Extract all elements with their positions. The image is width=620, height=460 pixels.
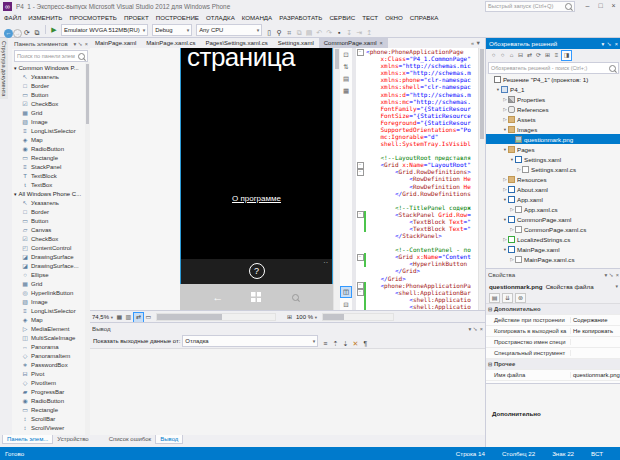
indicator-margin[interactable] bbox=[352, 232, 356, 239]
collapse-box-icon[interactable]: − bbox=[357, 49, 364, 56]
show-annotations-icon[interactable]: ▭ bbox=[144, 313, 153, 322]
indicator-margin[interactable] bbox=[352, 218, 356, 225]
nav-back-icon[interactable]: ← bbox=[4, 29, 13, 38]
tree-item-resources[interactable]: ▷Resources bbox=[486, 174, 620, 184]
code-line[interactable] bbox=[352, 147, 478, 154]
go-prev-icon[interactable]: ⇡ bbox=[330, 339, 340, 348]
output-header[interactable]: Вывод ▾ ⊸ × bbox=[90, 323, 485, 334]
step-into-icon[interactable]: ↧ bbox=[344, 28, 354, 37]
designer-horizontal-scrollbar[interactable] bbox=[156, 313, 276, 321]
code-line[interactable]: </Grid> bbox=[352, 267, 478, 274]
code-line[interactable]: Foreground="{StaticResour bbox=[352, 119, 478, 126]
tree-item-commonpage.xaml.cs[interactable]: ▷CommonPage.xaml.cs bbox=[486, 224, 620, 234]
menu-окно[interactable]: ОКНО bbox=[385, 14, 403, 21]
indicator-margin[interactable] bbox=[352, 119, 356, 126]
tool-tab-устройство[interactable]: Устройство bbox=[53, 435, 92, 443]
outline-margin[interactable]: − bbox=[356, 253, 364, 261]
undo-icon[interactable]: ↶ bbox=[314, 28, 324, 37]
collapse-box-icon[interactable]: ⊟ bbox=[486, 361, 494, 367]
editor-horizontal-scrollbar[interactable] bbox=[322, 313, 394, 321]
pin-icon[interactable]: ⊸ bbox=[606, 40, 614, 48]
code-line[interactable]: xmlns:mc="http://schemas. bbox=[352, 98, 478, 105]
code-line[interactable]: xmlns:x="http://schemas.m bbox=[352, 69, 478, 76]
split-vertical-icon[interactable]: ⊟ bbox=[341, 300, 351, 310]
toolbox-item-grid[interactable]: ▦Grid bbox=[12, 279, 90, 288]
indicator-margin[interactable] bbox=[352, 239, 356, 246]
alphabetical-icon[interactable]: ⇊ bbox=[502, 293, 513, 303]
menu-сервис[interactable]: СЕРВИС bbox=[329, 14, 355, 21]
back-icon[interactable]: ○ bbox=[489, 51, 498, 60]
property-row[interactable]: Пространство имен специ bbox=[486, 337, 620, 348]
code-line[interactable]: mc:Ignorable="d" bbox=[352, 133, 478, 140]
tool-tab-вывод[interactable]: Вывод bbox=[155, 435, 183, 444]
outline-margin[interactable]: − bbox=[356, 210, 364, 218]
code-line[interactable]: − <Grid x:Name="LayoutRoot" bbox=[352, 161, 478, 168]
menu-файл[interactable]: ФАЙЛ bbox=[4, 14, 21, 21]
collapse-box-icon[interactable]: − bbox=[357, 289, 364, 296]
toolbox-item-border[interactable]: □Border bbox=[12, 81, 90, 90]
toolbox-header[interactable]: Панель элементов ▾ ⊸ × bbox=[12, 38, 90, 49]
code-line[interactable]: FontSize="{StaticResource bbox=[352, 112, 478, 119]
property-row[interactable]: Действие при построенииСодержание bbox=[486, 315, 620, 326]
tree-item-localizedstrings.cs[interactable]: ▷LocalizedStrings.cs bbox=[486, 234, 620, 244]
collapse-box-icon[interactable]: − bbox=[357, 211, 364, 218]
toolbox-item-rectangle[interactable]: ▭Rectangle bbox=[12, 153, 90, 162]
indicator-margin[interactable] bbox=[352, 197, 356, 204]
code-line[interactable]: <!--LayoutRoot представля bbox=[352, 154, 478, 161]
code-line[interactable] bbox=[352, 197, 478, 204]
toolbox-item-button[interactable]: ▭Button bbox=[12, 216, 90, 225]
indicator-margin[interactable] bbox=[352, 267, 356, 274]
nav-forward-icon[interactable]: → bbox=[13, 29, 22, 38]
menu-просмотреть[interactable]: ПРОСМОТРЕТЬ bbox=[69, 14, 117, 21]
page-title-textblock[interactable]: страница bbox=[187, 48, 295, 73]
toolbox-item-map[interactable]: ◈Map bbox=[12, 135, 90, 144]
xaml-editor[interactable]: −<phone:PhoneApplicationPage x:Class="P4… bbox=[352, 48, 478, 310]
toolbox-item-passwordbox[interactable]: ∗PasswordBox bbox=[12, 360, 90, 369]
tab-commonpage-xaml[interactable]: CommonPage.xaml× bbox=[319, 37, 388, 48]
collapse-splitter-icon[interactable]: ⊡ bbox=[341, 50, 351, 60]
toolbox-item-border[interactable]: □Border bbox=[12, 207, 90, 216]
code-line[interactable]: <HyperlinkButton bbox=[352, 260, 478, 267]
code-line[interactable]: </Grid> bbox=[352, 275, 478, 282]
toolbox-item-longlistselector[interactable]: ≡LongListSelector bbox=[12, 306, 90, 315]
toolbox-item-longlistselector[interactable]: ≡LongListSelector bbox=[12, 126, 90, 135]
toolbox-item-image[interactable]: ▨Image bbox=[12, 297, 90, 306]
split-horizontal-icon[interactable]: ◫ bbox=[340, 286, 352, 298]
swap-panes-icon[interactable]: ⇅ bbox=[341, 62, 351, 72]
toolbox-item-map[interactable]: ◈Map bbox=[12, 315, 90, 324]
tree-item-app.xaml[interactable]: ▾App.xaml bbox=[486, 194, 620, 204]
indicator-margin[interactable] bbox=[352, 303, 356, 310]
start-debug-icon[interactable]: ▶ bbox=[49, 25, 59, 34]
step-over-icon[interactable]: ⇥ bbox=[354, 28, 364, 37]
platform-dropdown[interactable]: Any CPU▾ bbox=[196, 24, 262, 36]
maximize-button[interactable]: □ bbox=[594, 0, 607, 12]
editor-zoom-dropdown[interactable]: 100 % ▾ bbox=[294, 314, 319, 320]
debug-target-dropdown[interactable]: Emulator WVGA 512MB(RU)▾ bbox=[61, 24, 148, 36]
close-icon[interactable]: × bbox=[616, 272, 619, 278]
menu-отладка[interactable]: ОТЛАДКА bbox=[206, 14, 235, 21]
code-line[interactable]: x:Class="P4_1.CommonPage" bbox=[352, 55, 478, 62]
tree-item-commonpage.xaml[interactable]: ▾CommonPage.xaml bbox=[486, 214, 620, 224]
property-row[interactable]: Имя файлаquestionmark.png bbox=[486, 370, 620, 381]
code-line[interactable]: − <shell:ApplicationBar bbox=[352, 289, 478, 296]
code-line[interactable]: FontFamily="{StaticResour bbox=[352, 105, 478, 112]
tab-pages-settings-xaml-cs[interactable]: Pages\Settings.xaml.cs bbox=[200, 37, 272, 48]
menu-тест[interactable]: ТЕСТ bbox=[362, 14, 378, 21]
close-button[interactable]: × bbox=[607, 0, 620, 12]
pin-icon[interactable]: ⊸ bbox=[77, 40, 85, 48]
minimize-button[interactable]: – bbox=[581, 0, 594, 12]
collapse-box-icon[interactable]: ⊟ bbox=[486, 306, 494, 312]
home-icon[interactable]: ⌂ bbox=[507, 51, 516, 60]
navigate-icon[interactable]: ⧉ bbox=[32, 28, 42, 37]
show-all-files-icon[interactable]: ⊞ bbox=[543, 51, 552, 60]
toolbox-item-canvas[interactable]: ▱Canvas bbox=[12, 225, 90, 234]
code-line[interactable]: </StackPanel> bbox=[352, 232, 478, 239]
code-line[interactable] bbox=[352, 239, 478, 246]
close-icon[interactable]: × bbox=[615, 41, 618, 47]
code-line[interactable]: <TextBlock Text=" bbox=[352, 225, 478, 232]
find-icon[interactable]: ⚲ bbox=[274, 28, 284, 37]
sync-icon[interactable]: ⇄ bbox=[525, 51, 534, 60]
code-line[interactable]: − <phone:PhoneApplicationPa bbox=[352, 282, 478, 289]
toolbox-item-image[interactable]: ▨Image bbox=[12, 117, 90, 126]
property-value[interactable]: Не копировать bbox=[571, 328, 620, 334]
